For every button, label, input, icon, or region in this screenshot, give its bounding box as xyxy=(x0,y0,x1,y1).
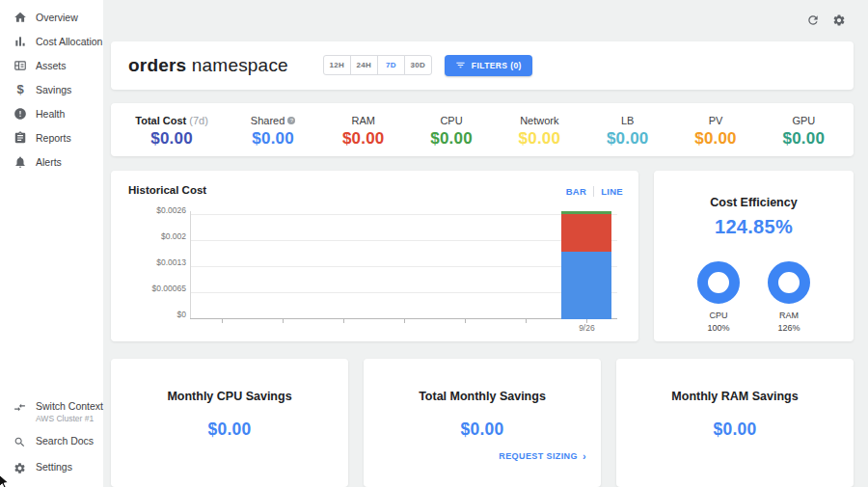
settings-label: Settings xyxy=(36,461,72,473)
switch-context-button[interactable]: Switch Context AWS Cluster #1 xyxy=(0,394,103,429)
cost-efficiency-card: Cost Efficiency 124.85% CPU 100% RAM 126… xyxy=(654,171,854,341)
stat-label: Shared xyxy=(251,115,285,126)
total-monthly-savings-card: Total Monthly Savings $0.00 REQUEST SIZI… xyxy=(364,359,601,487)
stat-value: $0.00 xyxy=(671,129,759,149)
stat-label-suffix: (7d) xyxy=(189,115,208,126)
home-icon xyxy=(14,11,27,24)
bar-segment-blue xyxy=(561,252,611,319)
stat-label: LB xyxy=(583,115,671,126)
range-button-7d[interactable]: 7D xyxy=(377,55,405,75)
sidebar-item-label: Health xyxy=(36,108,65,120)
cpu-efficiency: CPU 100% xyxy=(691,261,746,335)
savings-value: $0.00 xyxy=(364,419,601,440)
filters-button[interactable]: FILTERS (0) xyxy=(445,55,532,76)
sidebar-item-cost-allocation[interactable]: Cost Allocation xyxy=(0,29,103,53)
mouse-cursor xyxy=(0,473,12,487)
chart-mode-toggle: BAR LINE xyxy=(566,186,623,197)
request-sizing-label: REQUEST SIZING xyxy=(499,451,578,461)
stat-network: Network $0.00 xyxy=(496,115,583,149)
chart-plot-wrap: $0 $0.00065 $0.0013 $0.002 $0.0026 xyxy=(190,211,617,319)
namespace-word: namespace xyxy=(192,55,288,75)
toggle-line[interactable]: LINE xyxy=(601,186,623,197)
bell-icon xyxy=(14,155,27,169)
stat-label: CPU xyxy=(407,115,495,126)
savings-title: Total Monthly Savings xyxy=(364,390,601,403)
stat-lb: LB $0.00 xyxy=(583,115,671,149)
ytick-4: $0.0026 xyxy=(130,205,186,215)
donut-label: RAM xyxy=(761,310,817,322)
donut-value: 126% xyxy=(761,322,817,335)
stat-shared: Shared ? $0.00 xyxy=(227,115,319,149)
ytick-1: $0.00065 xyxy=(130,284,186,293)
chevron-right-icon: › xyxy=(583,450,586,462)
ytick-2: $0.0013 xyxy=(130,257,186,267)
range-button-24h[interactable]: 24H xyxy=(350,55,378,75)
refresh-icon[interactable] xyxy=(806,14,820,27)
chart-title: Historical Cost xyxy=(128,184,621,196)
efficiency-donuts: CPU 100% RAM 126% xyxy=(654,261,854,335)
stat-total-cost: Total Cost (7d) $0.00 xyxy=(117,115,227,149)
swap-arrows-icon xyxy=(14,401,27,415)
sidebar-item-alerts[interactable]: Alerts xyxy=(0,149,103,174)
ram-donut-ring xyxy=(768,261,810,304)
sidebar-item-health[interactable]: Health xyxy=(0,101,103,125)
namespace-header-card: orders namespace 12H 24H 7D 30D FILTERS … xyxy=(111,41,854,90)
request-sizing-link[interactable]: REQUEST SIZING › xyxy=(499,450,586,462)
filters-button-label: FILTERS (0) xyxy=(472,61,522,70)
sidebar-item-savings[interactable]: $ Savings xyxy=(0,77,103,101)
stat-label: PV xyxy=(671,115,759,126)
sidebar-item-label: Savings xyxy=(36,84,71,95)
range-button-30d[interactable]: 30D xyxy=(404,55,432,75)
sidebar-item-label: Assets xyxy=(36,60,67,71)
stat-value: $0.00 xyxy=(319,129,407,149)
sidebar-item-reports[interactable]: Reports xyxy=(0,125,103,149)
dollar-icon: $ xyxy=(14,83,27,96)
search-docs-label: Search Docs xyxy=(36,435,94,446)
monthly-cpu-savings-card: Monthly CPU Savings $0.00 xyxy=(111,359,348,487)
gear-icon[interactable] xyxy=(832,14,846,27)
stat-value: $0.00 xyxy=(227,129,319,149)
clipboard-icon xyxy=(14,131,27,145)
gear-icon xyxy=(14,462,27,475)
sidebar-item-label: Alerts xyxy=(36,156,62,168)
savings-title: Monthly RAM Savings xyxy=(616,390,854,403)
assets-grid-icon xyxy=(14,59,27,72)
stat-value: $0.00 xyxy=(407,129,495,149)
stat-cpu: CPU $0.00 xyxy=(407,115,495,149)
savings-value: $0.00 xyxy=(616,419,854,440)
historical-cost-card: Historical Cost BAR LINE $0 $0.00065 $0.… xyxy=(111,171,638,341)
sidebar-item-label: Reports xyxy=(36,132,71,144)
stat-value: $0.00 xyxy=(117,129,227,149)
switch-context-label: Switch Context xyxy=(36,400,103,412)
stat-value: $0.00 xyxy=(496,129,583,149)
stat-label: RAM xyxy=(319,115,407,126)
sidebar-item-overview[interactable]: Overview xyxy=(0,5,103,29)
ytick-0: $0 xyxy=(130,310,186,319)
time-range-group: 12H 24H 7D 30D xyxy=(323,55,432,75)
settings-button[interactable]: Settings xyxy=(0,455,103,481)
search-docs-button[interactable]: Search Docs xyxy=(0,429,103,455)
toggle-bar[interactable]: BAR xyxy=(566,186,586,197)
donut-label: CPU xyxy=(691,310,746,322)
monthly-ram-savings-card: Monthly RAM Savings $0.00 xyxy=(616,359,854,487)
chart-plot: $0 $0.00065 $0.0013 $0.002 $0.0026 xyxy=(190,211,617,319)
savings-title: Monthly CPU Savings xyxy=(111,390,348,403)
savings-value: $0.00 xyxy=(111,419,348,440)
sidebar-item-label: Overview xyxy=(36,12,78,23)
stat-ram: RAM $0.00 xyxy=(319,115,407,149)
range-button-12h[interactable]: 12H xyxy=(323,55,351,75)
current-cluster-label: AWS Cluster #1 xyxy=(36,414,103,423)
ytick-3: $0.002 xyxy=(130,231,186,241)
donut-value: 100% xyxy=(691,322,746,335)
toggle-divider xyxy=(593,186,594,197)
stacked-bar xyxy=(561,215,611,319)
sidebar-footer: Switch Context AWS Cluster #1 Search Doc… xyxy=(0,394,103,481)
stat-gpu: GPU $0.00 xyxy=(760,115,848,149)
efficiency-title: Cost Efficiency xyxy=(654,196,854,209)
main-content: orders namespace 12H 24H 7D 30D FILTERS … xyxy=(103,0,868,487)
bar-segment-red xyxy=(561,214,611,252)
ram-efficiency: RAM 126% xyxy=(761,261,817,335)
sidebar-item-label: Cost Allocation xyxy=(36,36,102,47)
info-icon[interactable]: ? xyxy=(287,117,295,124)
sidebar-item-assets[interactable]: Assets xyxy=(0,53,103,77)
